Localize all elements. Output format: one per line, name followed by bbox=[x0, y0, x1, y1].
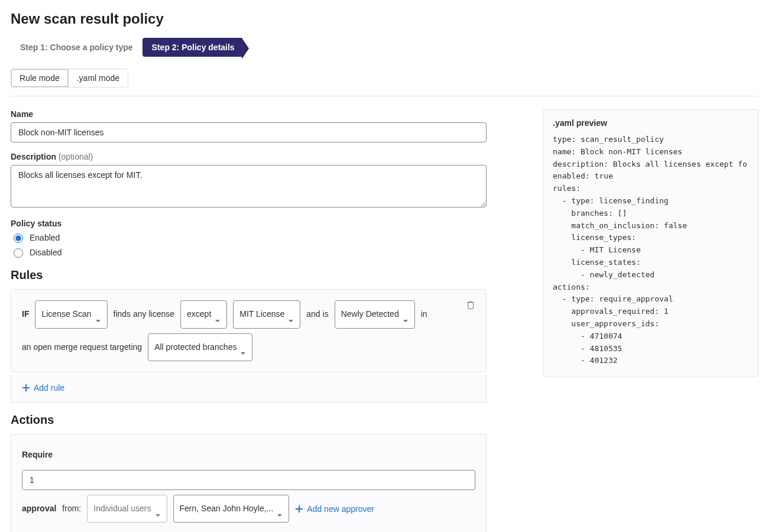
actions-heading: Actions bbox=[11, 413, 487, 427]
require-keyword: Require bbox=[22, 445, 53, 465]
delete-rule-button[interactable] bbox=[464, 298, 478, 314]
chevron-down-icon bbox=[403, 312, 409, 317]
and-is-text: and is bbox=[306, 304, 328, 325]
license-type-dropdown[interactable]: MIT License bbox=[233, 300, 300, 329]
chevron-down-icon bbox=[95, 312, 101, 317]
finds-text: finds any license bbox=[114, 304, 175, 325]
description-label: Description (optional) bbox=[11, 152, 487, 161]
in-text: in bbox=[421, 304, 427, 325]
add-approver-button[interactable]: Add new approver bbox=[295, 504, 374, 514]
branches-dropdown[interactable]: All protected branches bbox=[148, 333, 252, 362]
from-text: from: bbox=[62, 499, 81, 519]
chevron-down-icon bbox=[277, 506, 283, 512]
action-card: Require approval from: Individual users … bbox=[11, 434, 487, 532]
page-title: New scan result policy bbox=[11, 11, 757, 27]
disabled-label: Disabled bbox=[30, 248, 61, 257]
divider bbox=[11, 96, 757, 96]
approver-type-dropdown[interactable]: Individual users bbox=[87, 495, 167, 523]
chevron-down-icon bbox=[155, 506, 161, 512]
rule-mode-button[interactable]: Rule mode bbox=[11, 69, 69, 87]
if-keyword: IF bbox=[22, 304, 29, 325]
description-input[interactable]: Blocks all licenses except for MIT. bbox=[11, 165, 487, 207]
mode-toggle: Rule mode .yaml mode bbox=[11, 69, 128, 87]
add-rule-label: Add rule bbox=[34, 383, 64, 392]
approval-count-input[interactable] bbox=[22, 470, 475, 490]
chevron-down-icon bbox=[288, 312, 294, 317]
approver-type-value: Individual users bbox=[93, 499, 151, 519]
add-rule-button[interactable]: Add rule bbox=[22, 383, 64, 392]
wizard-steps: Step 1: Choose a policy type Step 2: Pol… bbox=[11, 38, 757, 57]
name-input[interactable] bbox=[11, 122, 487, 142]
step-1[interactable]: Step 1: Choose a policy type bbox=[11, 38, 142, 57]
plus-icon bbox=[22, 384, 30, 392]
state-value: Newly Detected bbox=[341, 304, 399, 325]
match-type-dropdown[interactable]: except bbox=[180, 300, 227, 329]
description-optional: (optional) bbox=[59, 152, 93, 161]
rule-card: IF License Scan finds any license except… bbox=[11, 289, 487, 372]
plus-icon bbox=[295, 505, 303, 513]
trash-icon bbox=[466, 303, 475, 312]
yaml-preview-content: type: scan_result_policy name: Block non… bbox=[553, 134, 748, 372]
approvers-dropdown[interactable]: Fern, Sean John Hoyle,... bbox=[173, 495, 290, 523]
rules-heading: Rules bbox=[11, 268, 487, 282]
enabled-radio[interactable] bbox=[14, 233, 23, 243]
approvers-value: Fern, Sean John Hoyle,... bbox=[180, 499, 274, 519]
approval-keyword: approval bbox=[22, 499, 56, 519]
add-approver-label: Add new approver bbox=[307, 504, 374, 514]
mr-text: an open merge request targeting bbox=[22, 338, 142, 358]
scan-type-dropdown[interactable]: License Scan bbox=[35, 300, 107, 329]
enabled-label: Enabled bbox=[30, 233, 60, 242]
name-label: Name bbox=[11, 109, 487, 119]
state-dropdown[interactable]: Newly Detected bbox=[335, 300, 415, 329]
chevron-down-icon bbox=[240, 344, 246, 350]
yaml-preview-title: .yaml preview bbox=[553, 118, 748, 128]
add-rule-row: Add rule bbox=[11, 375, 487, 403]
license-type-value: MIT License bbox=[239, 304, 284, 325]
description-label-text: Description bbox=[11, 152, 56, 161]
chevron-down-icon bbox=[215, 312, 221, 317]
step-2[interactable]: Step 2: Policy details bbox=[142, 38, 242, 57]
scan-type-value: License Scan bbox=[41, 304, 91, 325]
yaml-preview-panel: .yaml preview type: scan_result_policy n… bbox=[543, 109, 759, 377]
yaml-mode-button[interactable]: .yaml mode bbox=[69, 69, 128, 87]
branches-value: All protected branches bbox=[154, 338, 236, 358]
policy-status-label: Policy status bbox=[11, 219, 487, 228]
match-type-value: except bbox=[187, 304, 211, 325]
disabled-radio[interactable] bbox=[14, 248, 23, 258]
